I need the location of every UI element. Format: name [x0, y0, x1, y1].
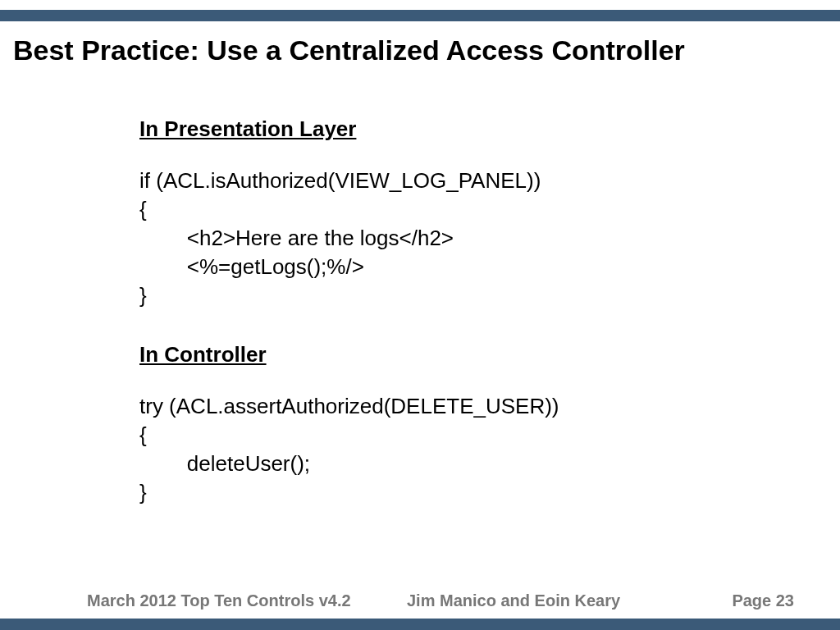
slide-content: In Presentation Layer if (ACL.isAuthoriz… [139, 115, 559, 536]
top-bar [0, 10, 840, 21]
footer-left: March 2012 Top Ten Controls v4.2 [87, 591, 351, 610]
slide-title: Best Practice: Use a Centralized Access … [13, 34, 827, 66]
footer-bar [0, 619, 840, 630]
presentation-code: if (ACL.isAuthorized(VIEW_LOG_PANEL)) { … [139, 167, 559, 310]
controller-code: try (ACL.assertAuthorized(DELETE_USER)) … [139, 392, 559, 507]
footer-right: Page 23 [732, 591, 794, 610]
presentation-heading: In Presentation Layer [139, 115, 559, 144]
footer-center: Jim Manico and Eoin Keary [407, 591, 620, 610]
controller-heading: In Controller [139, 340, 559, 369]
